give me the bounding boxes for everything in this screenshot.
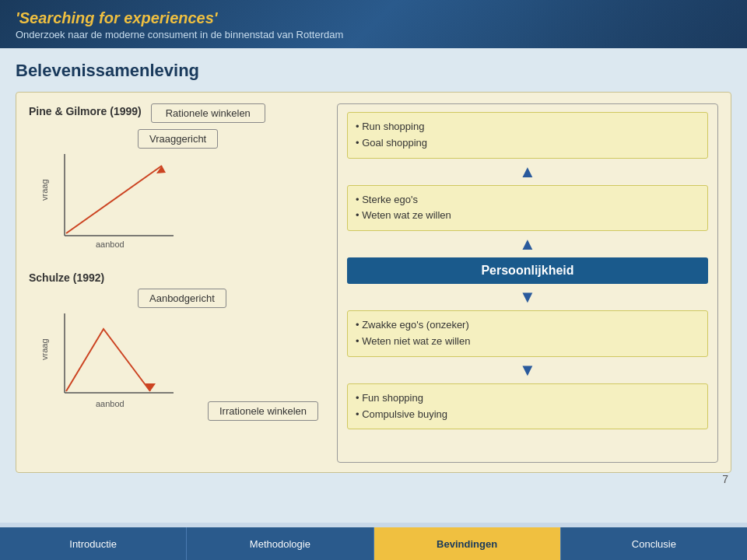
right-panel: Run shopping Goal shopping ▲ Sterke ego'…: [337, 103, 718, 463]
footer-bevindingen[interactable]: Bevindingen: [374, 527, 561, 560]
zwakke-ego-section: Zwakke ego's (onzeker) Weten niet wat ze…: [347, 310, 708, 357]
run-goal-section: Run shopping Goal shopping: [347, 112, 708, 159]
rationele-badge: Rationele winkelen: [151, 103, 265, 123]
run-shopping: Run shopping: [356, 119, 700, 135]
arrow-up-2: ▲: [347, 236, 708, 253]
zwakke-ego: Zwakke ego's (onzeker): [356, 317, 700, 334]
arrow-down-2: ▼: [347, 362, 708, 379]
content-box: Pine & Gilmore (1999) Rationele winkelen…: [16, 92, 731, 473]
weten-wat: Weten wat ze willen: [356, 208, 700, 224]
header-subtitle: Onderzoek naar de moderne consument in d…: [16, 29, 731, 40]
irrationele-badge: Irrationele winkelen: [208, 401, 318, 421]
pine-label: Pine & Gilmore (1999): [29, 105, 142, 117]
page-number: 7: [722, 473, 728, 485]
vraaggericht-chart: vraag aanbod: [41, 146, 197, 263]
schulze-section: Schulze (1992) Aanbodgericht vra: [29, 271, 324, 421]
footer-methodologie[interactable]: Methodologie: [187, 527, 374, 560]
header: 'Searching for experiences' Onderzoek na…: [0, 0, 747, 48]
footer-conclusie[interactable]: Conclusie: [561, 527, 747, 560]
arrow-up-1: ▲: [347, 163, 708, 180]
pine-row: Pine & Gilmore (1999) Rationele winkelen: [29, 103, 324, 123]
svg-text:vraag: vraag: [41, 179, 49, 201]
weten-niet: Weten niet wat ze willen: [356, 334, 700, 350]
schulze-label: Schulze (1992): [29, 271, 324, 284]
footer: Introductie Methodologie Bevindingen Con…: [0, 527, 747, 560]
svg-text:aanbod: aanbod: [96, 240, 124, 249]
persoonlijkheid-box: Persoonlijkheid: [347, 257, 708, 284]
fun-shopping-section: Fun shopping Compulsive buying: [347, 383, 708, 430]
sterke-ego: Sterke ego's: [356, 192, 700, 208]
svg-line-2: [66, 166, 162, 233]
main-content: Belevenissamenleving Pine & Gilmore (199…: [0, 48, 747, 523]
sterke-ego-section: Sterke ego's Weten wat ze willen: [347, 185, 708, 232]
svg-text:vraag: vraag: [41, 338, 49, 360]
aanbodgericht-area: Aanbodgericht vraag aanbod: [29, 289, 324, 421]
svg-text:aanbod: aanbod: [96, 399, 124, 408]
compulsive-buying: Compulsive buying: [356, 407, 700, 423]
goal-shopping: Goal shopping: [356, 135, 700, 152]
header-title: 'Searching for experiences': [16, 9, 731, 27]
page-title: Belevenissamenleving: [16, 61, 731, 81]
fun-shopping: Fun shopping: [356, 390, 700, 407]
arrow-down-1: ▼: [347, 289, 708, 306]
aanbodgericht-chart: vraag aanbod: [41, 306, 197, 418]
svg-marker-3: [156, 166, 166, 173]
footer-introductie[interactable]: Introductie: [0, 527, 187, 560]
left-panel: Pine & Gilmore (1999) Rationele winkelen…: [29, 103, 324, 463]
vraaggericht-area: Vraaggericht vraag aanbod: [29, 129, 324, 265]
